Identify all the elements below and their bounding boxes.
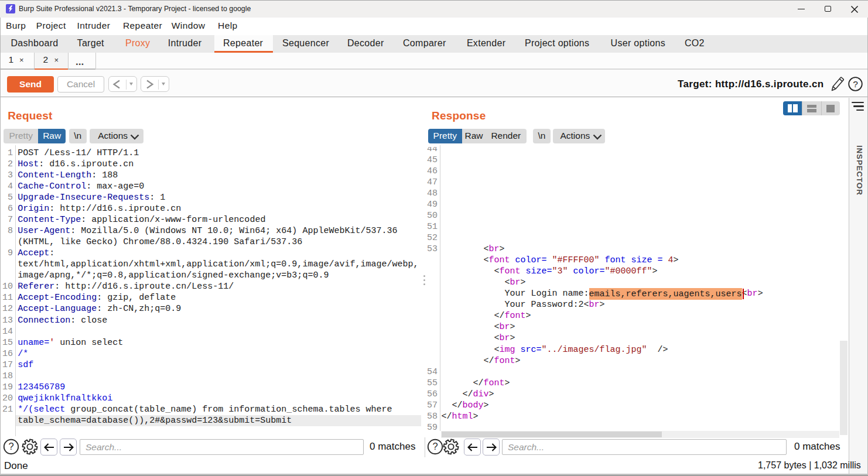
- svg-text:?: ?: [8, 441, 13, 451]
- svg-text:?: ?: [853, 79, 858, 89]
- svg-text:?: ?: [432, 441, 438, 451]
